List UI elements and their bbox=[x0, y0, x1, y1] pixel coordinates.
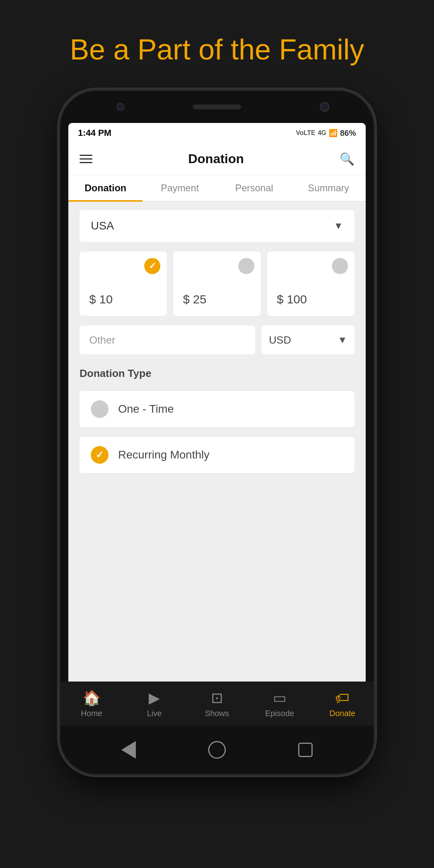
donate-label: Donate bbox=[330, 709, 356, 718]
page-header: Be a Part of the Family bbox=[0, 0, 434, 91]
amount-card-100[interactable]: $ 100 bbox=[267, 252, 354, 316]
front-camera-right bbox=[320, 102, 330, 112]
tab-summary[interactable]: Summary bbox=[291, 175, 366, 201]
country-selector[interactable]: USA ▼ bbox=[80, 210, 354, 242]
shows-icon: ⊡ bbox=[211, 690, 223, 706]
hamburger-line-1 bbox=[80, 155, 92, 156]
phone-top bbox=[60, 91, 374, 123]
currency-value: USD bbox=[269, 334, 291, 346]
phone-speaker bbox=[193, 104, 241, 109]
amount-card-10[interactable]: $ 10 bbox=[80, 252, 167, 316]
tab-donation[interactable]: Donation bbox=[68, 175, 143, 201]
phone-bottom-buttons bbox=[60, 726, 374, 774]
phone-frame: 1:44 PM VoLTE 4G 📶 86% Donation 🔍 Donati… bbox=[60, 91, 374, 774]
live-label: Live bbox=[147, 709, 162, 718]
country-value: USA bbox=[91, 219, 114, 232]
tab-payment[interactable]: Payment bbox=[143, 175, 217, 201]
app-header: Donation 🔍 bbox=[68, 143, 366, 175]
search-icon[interactable]: 🔍 bbox=[340, 152, 354, 166]
currency-selector[interactable]: USD ▼ bbox=[262, 326, 354, 354]
amount-value-100: $ 100 bbox=[274, 293, 307, 306]
currency-dropdown-arrow-icon: ▼ bbox=[338, 334, 347, 346]
nav-item-donate[interactable]: 🏷 Donate bbox=[322, 690, 362, 718]
nav-item-episode[interactable]: ▭ Episode bbox=[260, 690, 300, 718]
volte-icon: VoLTE bbox=[296, 129, 315, 137]
amount-radio-100 bbox=[332, 258, 348, 274]
home-button[interactable] bbox=[207, 740, 227, 760]
other-placeholder: Other bbox=[89, 334, 115, 346]
other-amount-input[interactable]: Other bbox=[80, 326, 255, 354]
home-label: Home bbox=[81, 709, 102, 718]
one-time-label: One - Time bbox=[118, 403, 174, 416]
hamburger-menu-icon[interactable] bbox=[80, 155, 92, 163]
front-camera-left bbox=[117, 103, 125, 111]
episode-icon: ▭ bbox=[273, 690, 287, 706]
wifi-icon: 📶 bbox=[329, 129, 338, 137]
tabs: Donation Payment Personal Summary bbox=[68, 175, 366, 202]
nav-item-live[interactable]: ▶ Live bbox=[134, 690, 174, 718]
main-content: USA ▼ $ 10 $ 25 $ 100 bbox=[68, 202, 366, 726]
nav-item-shows[interactable]: ⊡ Shows bbox=[197, 690, 237, 718]
hamburger-line-3 bbox=[80, 162, 92, 163]
tab-personal[interactable]: Personal bbox=[217, 175, 291, 201]
one-time-radio bbox=[91, 400, 108, 418]
shows-label: Shows bbox=[205, 709, 229, 718]
donation-type-recurring[interactable]: Recurring Monthly bbox=[80, 437, 354, 473]
amount-radio-25 bbox=[238, 258, 254, 274]
donate-icon: 🏷 bbox=[335, 690, 350, 706]
amount-value-25: $ 25 bbox=[180, 293, 206, 306]
status-bar: 1:44 PM VoLTE 4G 📶 86% bbox=[68, 123, 366, 143]
episode-label: Episode bbox=[265, 709, 294, 718]
amount-value-10: $ 10 bbox=[86, 293, 113, 306]
status-time: 1:44 PM bbox=[78, 128, 111, 138]
status-icons: VoLTE 4G 📶 86% bbox=[296, 129, 356, 138]
amount-row: $ 10 $ 25 $ 100 bbox=[80, 252, 354, 316]
nav-item-home[interactable]: 🏠 Home bbox=[72, 690, 112, 718]
app-header-title: Donation bbox=[188, 151, 244, 166]
bottom-navigation: 🏠 Home ▶ Live ⊡ Shows ▭ Episode 🏷 Donate bbox=[68, 682, 366, 726]
hamburger-line-2 bbox=[80, 158, 92, 160]
country-dropdown-arrow-icon: ▼ bbox=[334, 220, 343, 231]
page-background-title: Be a Part of the Family bbox=[70, 32, 364, 67]
battery-level: 86% bbox=[340, 129, 356, 138]
amount-radio-10 bbox=[144, 258, 160, 274]
recents-button[interactable] bbox=[295, 740, 315, 760]
home-circle-icon bbox=[208, 741, 226, 759]
recurring-radio bbox=[91, 446, 108, 464]
back-button[interactable] bbox=[119, 740, 139, 760]
donation-type-label: Donation Type bbox=[80, 367, 354, 380]
other-currency-row: Other USD ▼ bbox=[80, 326, 354, 354]
donation-type-one-time[interactable]: One - Time bbox=[80, 391, 354, 427]
phone-screen: 1:44 PM VoLTE 4G 📶 86% Donation 🔍 Donati… bbox=[68, 123, 366, 726]
live-icon: ▶ bbox=[149, 690, 160, 706]
home-icon: 🏠 bbox=[83, 690, 101, 706]
recents-square-icon bbox=[298, 743, 313, 757]
back-arrow-icon bbox=[121, 741, 136, 759]
amount-card-25[interactable]: $ 25 bbox=[173, 252, 260, 316]
recurring-label: Recurring Monthly bbox=[118, 448, 209, 461]
signal-4g-icon: 4G bbox=[318, 129, 326, 137]
